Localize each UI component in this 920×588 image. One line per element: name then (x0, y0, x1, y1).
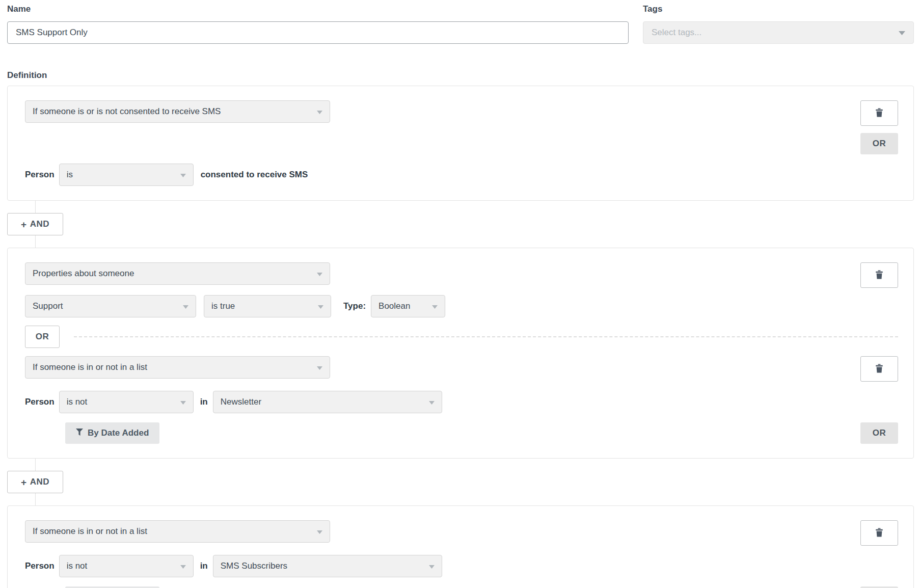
condition-footer-row: By Date Added OR (25, 422, 898, 444)
list-value: SMS Subscribers (221, 561, 287, 571)
and-connector: + AND (7, 459, 914, 505)
segment-editor: Name Tags Select tags... Definition If s… (0, 0, 920, 588)
comparator-select[interactable]: is not (59, 555, 194, 577)
person-label: Person (25, 170, 55, 180)
plus-icon: + (21, 220, 27, 229)
condition-type-value: Properties about someone (33, 269, 134, 279)
or-separator: OR (25, 326, 898, 348)
condition-type-select[interactable]: Properties about someone (25, 262, 330, 285)
delete-condition-button[interactable] (860, 520, 898, 546)
comparator-select[interactable]: is not (59, 391, 194, 413)
trash-icon (875, 108, 883, 119)
add-or-condition-button[interactable]: OR (860, 133, 898, 154)
header: Name Tags Select tags... (7, 4, 914, 44)
add-and-group-button[interactable]: + AND (7, 213, 63, 235)
condition-detail-row: Person is consented to receive SMS (25, 164, 898, 186)
chevron-down-icon (180, 397, 186, 407)
tags-label: Tags (643, 4, 914, 14)
add-and-group-button[interactable]: + AND (7, 471, 63, 493)
or-join-chip: OR (25, 326, 60, 348)
trash-icon (875, 528, 883, 539)
comparator-value: is not (67, 561, 88, 571)
condition-type-value: If someone is or is not consented to rec… (33, 106, 221, 117)
chevron-down-icon (317, 362, 322, 372)
in-label: in (200, 397, 208, 407)
chevron-down-icon (318, 301, 323, 311)
condition-row: If someone is in or not in a list (25, 520, 898, 546)
attribute-select[interactable]: Support (25, 295, 196, 317)
chevron-down-icon (180, 561, 186, 571)
condition-type-value: If someone is in or not in a list (33, 526, 147, 537)
trash-icon (875, 364, 883, 375)
plus-icon: + (21, 477, 27, 487)
in-label: in (200, 561, 208, 571)
chevron-down-icon (429, 561, 435, 571)
and-button-label: AND (30, 219, 49, 229)
person-label: Person (25, 397, 55, 407)
chevron-down-icon (432, 301, 438, 311)
condition-type-value: If someone is in or not in a list (33, 362, 147, 372)
condition-row: Properties about someone (25, 262, 898, 288)
list-select[interactable]: SMS Subscribers (213, 555, 442, 577)
and-connector: + AND (7, 201, 914, 248)
name-field-group: Name (7, 4, 629, 44)
trash-icon (875, 270, 883, 281)
condition-type-select[interactable]: If someone is in or not in a list (25, 520, 330, 543)
value-type-select[interactable]: Boolean (371, 295, 445, 317)
list-value: Newsletter (221, 397, 261, 407)
chevron-down-icon (317, 526, 322, 537)
chevron-down-icon (317, 106, 322, 117)
condition-detail-row: Person is not in SMS Subscribers (25, 555, 898, 577)
type-label: Type: (343, 301, 366, 311)
filter-funnel-icon (76, 428, 83, 438)
name-label: Name (7, 4, 629, 14)
attribute-value: Support (33, 301, 63, 311)
condition-controls: OR (860, 100, 898, 154)
chevron-down-icon (183, 301, 188, 311)
delete-condition-button[interactable] (860, 100, 898, 126)
condition-group-3: If someone is in or not in a list Person (7, 505, 914, 588)
by-date-added-button[interactable]: By Date Added (65, 422, 159, 444)
add-or-condition-button[interactable]: OR (860, 422, 898, 444)
chevron-down-icon (180, 170, 186, 180)
condition-type-select[interactable]: If someone is or is not consented to rec… (25, 100, 330, 123)
tags-field-group: Tags Select tags... (643, 4, 914, 44)
and-button-label: AND (30, 477, 49, 487)
condition-detail-row: Person is not in Newsletter (25, 391, 898, 413)
chevron-down-icon (317, 269, 322, 279)
person-label: Person (25, 561, 55, 571)
operator-select[interactable]: is true (204, 295, 331, 317)
chevron-down-icon (429, 397, 435, 407)
condition-type-select[interactable]: If someone is in or not in a list (25, 356, 330, 379)
delete-condition-button[interactable] (860, 356, 898, 382)
condition-row: If someone is or is not consented to rec… (25, 100, 898, 154)
delete-condition-button[interactable] (860, 262, 898, 288)
name-input[interactable] (7, 21, 629, 44)
condition-group-2: Properties about someone Support (7, 248, 914, 459)
comparator-value: is not (67, 397, 88, 407)
value-type-value: Boolean (378, 301, 410, 311)
operator-value: is true (211, 301, 235, 311)
or-separator-line (74, 336, 898, 337)
list-select[interactable]: Newsletter (213, 391, 442, 413)
condition-statement: consented to receive SMS (201, 170, 308, 180)
condition-group-1: If someone is or is not consented to rec… (7, 86, 914, 201)
tags-select[interactable]: Select tags... (643, 21, 914, 44)
chevron-down-icon (899, 28, 905, 37)
comparator-select[interactable]: is (59, 164, 194, 186)
definition-label: Definition (7, 70, 914, 81)
condition-detail-row: Support is true Type: Boolean (25, 295, 898, 317)
comparator-value: is (67, 170, 73, 180)
tags-placeholder: Select tags... (652, 28, 701, 38)
filter-button-label: By Date Added (88, 428, 149, 438)
condition-row: If someone is in or not in a list (25, 356, 898, 382)
